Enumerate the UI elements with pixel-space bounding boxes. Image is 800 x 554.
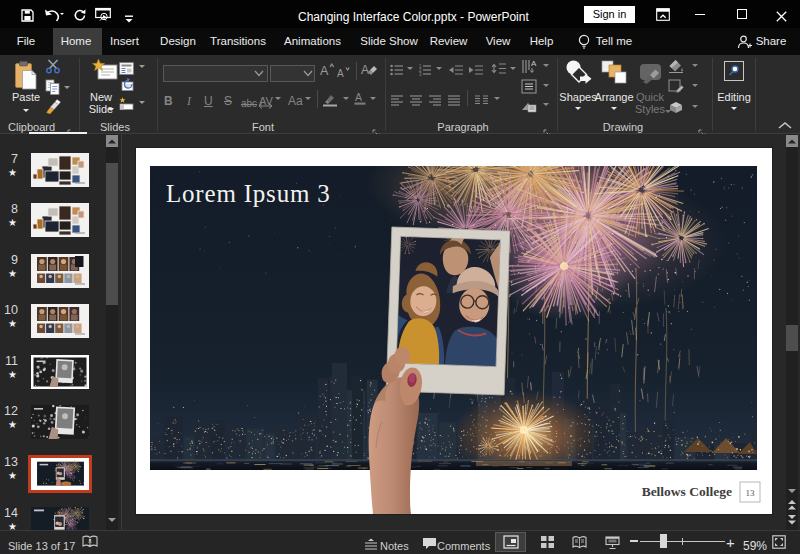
svg-text:13: 13 [746,488,756,498]
svg-text:A: A [531,59,537,68]
svg-text:A: A [361,63,369,77]
svg-text:A: A [320,64,329,77]
svg-text:Lorem Ipsum 3: Lorem Ipsum 3 [166,180,331,207]
svg-text:A: A [355,91,362,103]
svg-text:A: A [337,68,344,79]
svg-text:Bellows College: Bellows College [642,484,732,499]
svg-text:3: 3 [419,72,422,76]
